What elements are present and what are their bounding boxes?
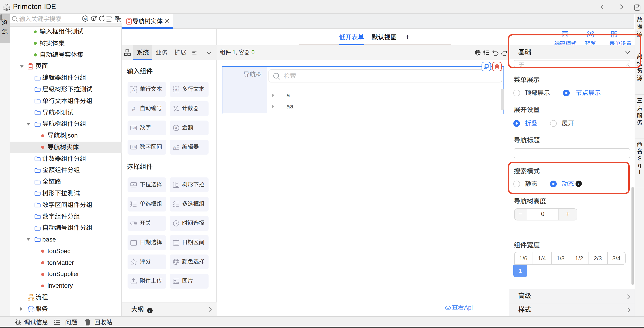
svg-text:#: #	[132, 105, 136, 112]
svg-text:A: A	[173, 144, 176, 149]
svg-text:AI: AI	[84, 17, 87, 20]
svg-text:A: A	[132, 87, 135, 92]
svg-text:A: A	[175, 87, 178, 91]
svg-text:123: 123	[131, 126, 136, 129]
svg-text:1~3: 1~3	[132, 146, 136, 148]
svg-text:文: 文	[118, 18, 120, 22]
svg-text:¥: ¥	[175, 126, 177, 130]
